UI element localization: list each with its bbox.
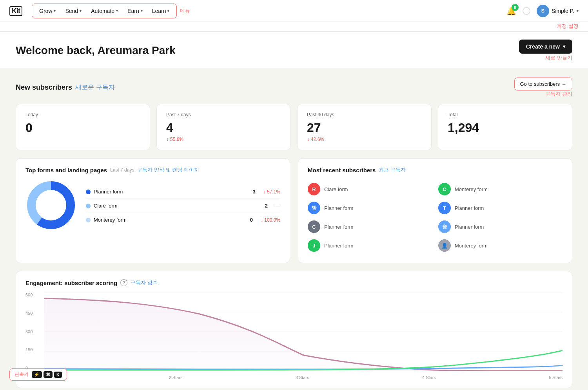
list-item: R Clare form [308, 180, 432, 199]
chevron-down-icon: ▾ [116, 9, 118, 13]
y-label: 150 [25, 347, 38, 352]
engagement-card: Engagement: subscriber scoring ? 구독자 점수 … [16, 271, 572, 388]
subscribers-section-header: New subscribers 새로운 구독자 Go to subscriber… [16, 78, 572, 98]
stat-change-30days: ↓ 42.6% [307, 137, 422, 142]
shortcut-label: 단축키 [15, 371, 29, 378]
chart-wrapper: 600 450 300 150 0 [25, 292, 563, 380]
forms-card: Top forms and landing pages Last 7 days … [16, 158, 290, 263]
stat-label-today: Today [25, 112, 140, 117]
nav-learn[interactable]: Learn ▾ [148, 5, 174, 16]
x-label: 5 Stars [549, 375, 563, 380]
list-item: C Planner form [308, 217, 432, 236]
avatar: 방 [308, 202, 320, 214]
list-item: 송 Planner form [438, 217, 563, 236]
bolt-key: ⚡ [32, 371, 42, 378]
subscriber-column-left: R Clare form 방 Planner form C Planner fo… [308, 180, 432, 255]
logo[interactable]: Kit [9, 5, 22, 16]
status-indicator [523, 7, 530, 15]
create-korean-label: 새로 만들기 [545, 54, 572, 61]
stat-change-7days: ↓ 55.6% [166, 137, 281, 142]
chevron-down-icon: ▾ [563, 44, 565, 49]
page-header: Welcome back, Areumara Park Create a new… [0, 32, 588, 68]
nav-earn[interactable]: Earn ▾ [123, 5, 147, 16]
stat-30days: Past 30 days 27 ↓ 42.6% [297, 104, 432, 150]
middle-grid: Top forms and landing pages Last 7 days … [16, 158, 572, 263]
help-icon[interactable]: ? [120, 279, 127, 286]
y-axis: 600 450 300 150 0 [25, 292, 38, 380]
list-item: T Planner form [438, 199, 563, 217]
chevron-down-icon: ▾ [141, 9, 143, 13]
donut-chart [25, 180, 76, 232]
avatar: C [308, 220, 320, 233]
stat-label-total: Total [448, 112, 563, 117]
avatar: J [308, 239, 320, 252]
form-row: Clare form 2 — [86, 199, 280, 213]
goto-subscribers-button[interactable]: Go to subscribers → [514, 78, 573, 90]
form-row: Monterey form 0 ↓ 100.0% [86, 213, 280, 227]
app-header: Kit Grow ▾ Send ▾ Automate ▾ Earn ▾ Lear… [0, 0, 588, 22]
notification-badge: 6 [512, 4, 519, 11]
account-label: 계정 설정 [557, 23, 579, 29]
stat-label-30days: Past 30 days [307, 112, 422, 117]
goto-wrapper: Go to subscribers → 구독자 관리 [514, 78, 573, 98]
menu-korean-label: 메뉴 [180, 7, 190, 14]
nav-automate[interactable]: Automate ▾ [87, 5, 122, 16]
stats-grid: Today 0 Past 7 days 4 ↓ 55.6% Past 30 da… [16, 104, 572, 150]
forms-content: Planner form 3 ↓ 57.1% Clare form 2 — Mo… [25, 180, 280, 232]
chevron-down-icon: ▾ [80, 9, 82, 13]
stat-7days: Past 7 days 4 ↓ 55.6% [156, 104, 291, 150]
create-new-button[interactable]: Create a new ▾ [519, 40, 572, 54]
x-label: 4 Stars [422, 375, 436, 380]
stat-value-30days: 27 [307, 121, 422, 135]
list-item: 방 Planner form [308, 199, 432, 217]
form-row: Planner form 3 ↓ 57.1% [86, 185, 280, 199]
stat-today: Today 0 [16, 104, 150, 150]
subscriber-column-right: C Monterey form T Planner form 송 Planner… [438, 180, 563, 255]
nav-send[interactable]: Send ▾ [61, 5, 85, 16]
arrow-down-icon: ↓ [307, 137, 309, 142]
page-title: Welcome back, Areumara Park [16, 44, 176, 57]
forms-list: Planner form 3 ↓ 57.1% Clare form 2 — Mo… [86, 185, 280, 227]
list-item: J Planner form [308, 236, 432, 255]
notification-bell[interactable]: 6 🔔 [506, 6, 516, 16]
form-dot-clare [86, 204, 91, 208]
avatar: 👤 [438, 239, 451, 252]
list-item: 👤 Monterey form [438, 236, 563, 255]
y-label: 450 [25, 311, 38, 316]
nav-grow[interactable]: Grow ▾ [35, 5, 60, 16]
chevron-down-icon: ▾ [54, 9, 56, 13]
stat-value-7days: 4 [166, 121, 281, 135]
arrow-down-icon: ↓ [166, 137, 169, 142]
x-label: 2 Stars [169, 375, 183, 380]
k-key: K [54, 372, 62, 378]
chevron-down-icon: ▾ [577, 9, 579, 13]
y-label: 600 [25, 292, 38, 297]
goto-korean-label: 구독자 관리 [545, 90, 572, 98]
main-content: New subscribers 새로운 구독자 Go to subscriber… [0, 68, 588, 390]
y-label: 300 [25, 329, 38, 334]
form-dot-planner [86, 190, 91, 194]
avatar: S [537, 5, 549, 17]
shortcut-box: 단축키 ⚡ ⌘ K [9, 368, 67, 381]
header-right: 6 🔔 S Simple P. ▾ [506, 5, 579, 17]
recent-subscribers-card: Most recent subscribers 최근 구독자 R Clare f… [298, 158, 572, 263]
x-label: 3 Stars [296, 375, 309, 380]
user-menu[interactable]: S Simple P. ▾ [537, 5, 579, 17]
avatar: 송 [438, 220, 451, 233]
user-name: Simple P. [552, 8, 574, 14]
chart-x-labels: 1 Star 2 Stars 3 Stars 4 Stars 5 Stars [44, 375, 563, 380]
subscriber-columns: R Clare form 방 Planner form C Planner fo… [308, 180, 563, 255]
chart-area: 1 Star 2 Stars 3 Stars 4 Stars 5 Stars [44, 292, 563, 380]
avatar: T [438, 202, 451, 214]
avatar: R [308, 183, 320, 195]
section-title: New subscribers 새로운 구독자 [16, 83, 115, 92]
cmd-key: ⌘ [44, 371, 53, 378]
stat-value-today: 0 [25, 121, 140, 135]
shortcut-keys: ⚡ ⌘ K [32, 371, 62, 378]
avatar: C [438, 183, 451, 195]
chevron-down-icon: ▾ [167, 9, 169, 13]
engagement-svg [44, 292, 563, 371]
nav-menu: Grow ▾ Send ▾ Automate ▾ Earn ▾ Learn ▾ [32, 4, 177, 18]
stat-value-total: 1,294 [448, 121, 563, 135]
engagement-title: Engagement: subscriber scoring ? 구독자 점수 [25, 279, 563, 286]
